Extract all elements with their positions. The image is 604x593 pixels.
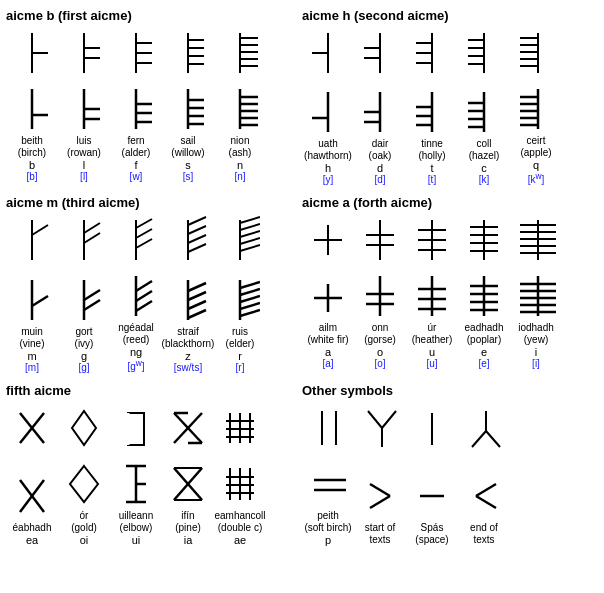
uath-name: uath(hawthorn) [304, 138, 352, 162]
luis-glyph-top [64, 27, 104, 79]
svg-line-108 [136, 301, 152, 311]
svg-line-99 [240, 245, 260, 251]
muin-name: muin(vine) [19, 326, 44, 350]
fern-glyph-bottom [116, 83, 156, 135]
or-glyph-top [64, 402, 104, 454]
beith-latin: b [29, 159, 35, 171]
nion-glyph-bottom [220, 83, 260, 135]
or-cell [58, 402, 110, 454]
ur-cell [406, 214, 458, 266]
spas-glyph-top [412, 402, 452, 454]
beith-name: beith(birch) [18, 135, 46, 159]
onn-cell [354, 214, 406, 266]
ceirt-latin: q [533, 159, 539, 171]
aicme-b-glyphs-bottom: beith(birch) b [b] luis(rowan) l [l] [6, 83, 302, 182]
tinne-glyph-bottom [412, 86, 452, 138]
gort-ipa: [g] [78, 362, 89, 373]
eamhancoll-name: eamhancoll(double c) [214, 510, 265, 534]
fern-glyph-top [116, 27, 156, 79]
eamhancoll-latin: ae [234, 534, 246, 546]
svg-line-111 [188, 292, 206, 300]
fern-cell2: fern(alder) f [w] [110, 83, 162, 182]
svg-line-98 [240, 238, 260, 244]
svg-line-107 [136, 291, 152, 301]
gort-cell2: gort(ivy) g [g] [58, 274, 110, 373]
aicme-a-section: aicme a (forth aicme) [302, 195, 598, 372]
nion-cell2: nion(ash) n [n] [214, 83, 266, 182]
ngeadal-glyph-top [116, 214, 156, 266]
iodhadh-cell [510, 214, 562, 266]
aicme-b-glyphs-top [6, 27, 302, 79]
svg-line-207 [476, 496, 496, 508]
ailm-cell2: ailm(white fir) a [a] [302, 270, 354, 369]
dair-name: dair(oak) [369, 138, 392, 162]
eadhadh-cell2: eadhadh(poplar) e [e] [458, 270, 510, 369]
tinne-glyph-top [412, 27, 452, 79]
spas-cell2: Spás(space) [406, 470, 458, 546]
eadhadh-glyph-top [464, 214, 504, 266]
luis-glyph-bottom [64, 83, 104, 135]
coll-glyph-top [464, 27, 504, 79]
svg-line-95 [240, 217, 260, 223]
start-texts-cell2: start oftexts [354, 470, 406, 546]
luis-name: luis(rowan) [67, 135, 101, 159]
coll-cell [458, 27, 510, 79]
ngeadal-cell [110, 214, 162, 266]
uath-latin: h [325, 162, 331, 174]
dair-latin: d [377, 162, 383, 174]
row-1: aicme b (first aicme) [6, 8, 598, 185]
straif-cell2: straif(blackthorn) z [sw/ts] [162, 274, 214, 373]
svg-line-104 [84, 300, 100, 310]
start-texts-glyph-top [360, 402, 400, 454]
eadhadh-glyph-bottom [464, 270, 504, 322]
ur-ipa: [u] [426, 358, 437, 369]
eadhadh-ipa: [e] [478, 358, 489, 369]
onn-glyph-top [360, 214, 400, 266]
luis-latin: l [83, 159, 85, 171]
sail-cell2: sail(willow) s [s] [162, 83, 214, 182]
ifin-glyph-top [168, 402, 208, 454]
nion-cell [214, 27, 266, 79]
eamhancoll-glyph-bottom [220, 458, 260, 510]
ifin-glyph-bottom [168, 458, 208, 510]
aicme-m-glyphs-top [6, 214, 302, 266]
coll-glyph-bottom [464, 86, 504, 138]
onn-ipa: [o] [374, 358, 385, 369]
straif-ipa: [sw/ts] [174, 362, 202, 373]
spas-cell [406, 402, 458, 454]
aicme-a-glyphs-bottom: ailm(white fir) a [a] onn(gorse) o [o] [302, 270, 598, 369]
svg-line-97 [240, 231, 260, 237]
spas-name: Spás(space) [415, 522, 448, 546]
uilleann-cell2: uilleann(elbow) ui [110, 458, 162, 546]
ngeadal-latin: ng [130, 346, 142, 358]
row-3: fifth aicme [6, 383, 598, 546]
straif-name: straif(blackthorn) [162, 326, 215, 350]
ur-glyph-top [412, 214, 452, 266]
peith-name: peith(soft birch) [304, 510, 351, 534]
row-2: aicme m (third aicme) [6, 195, 598, 372]
other-symbols-glyphs-bottom: peith(soft birch) p start oftexts Spás [302, 458, 598, 546]
ngeadal-glyph-bottom [116, 270, 156, 322]
svg-line-199 [472, 431, 486, 447]
svg-line-81 [32, 225, 48, 235]
ifin-latin: ia [184, 534, 193, 546]
uilleann-glyph-bottom [116, 458, 156, 510]
aicme-m-section: aicme m (third aicme) [6, 195, 302, 372]
fern-ipa: [w] [130, 171, 143, 182]
muin-glyph-top [12, 214, 52, 266]
peith-glyph-top [308, 402, 348, 454]
dair-cell [354, 27, 406, 79]
ceirt-glyph-top [516, 27, 556, 79]
onn-glyph-bottom [360, 270, 400, 322]
ngeadal-name: ngéadal(reed) [118, 322, 154, 346]
ur-name: úr(heather) [412, 322, 453, 346]
muin-glyph-bottom [12, 274, 52, 326]
or-cell2: ór(gold) oi [58, 458, 110, 546]
onn-latin: o [377, 346, 383, 358]
ur-cell2: úr(heather) u [u] [406, 270, 458, 369]
peith-glyph-bottom [308, 458, 348, 510]
eamhancoll-cell2: eamhancoll(double c) ae [214, 458, 266, 546]
svg-line-83 [84, 223, 100, 233]
uilleann-latin: ui [132, 534, 141, 546]
tinne-latin: t [430, 162, 433, 174]
